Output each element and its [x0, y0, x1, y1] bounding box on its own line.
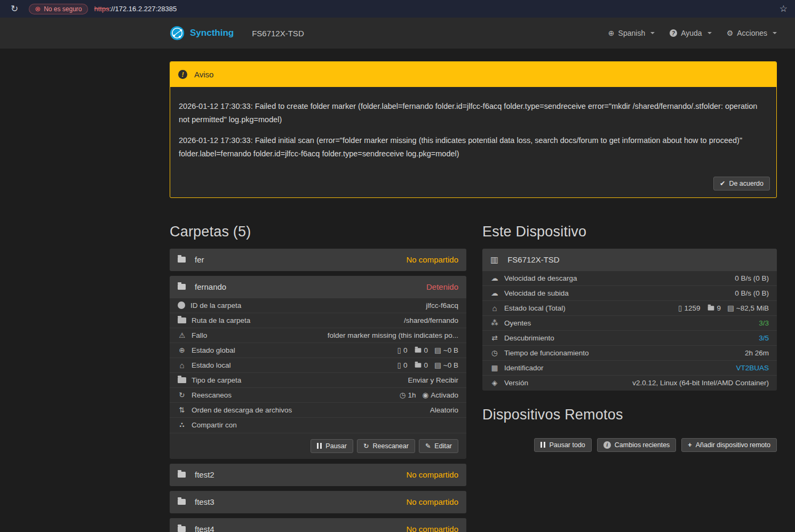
exclamation-circle-icon: [178, 70, 187, 79]
actions-menu-label: Acciones: [737, 29, 767, 37]
device-row-version: Versión v2.0.12, Linux (64-bit Intel/AMD…: [482, 376, 777, 391]
device-row-discovery: Descubrimiento 3/5: [482, 331, 777, 346]
device-detail-table: Velocidad de descarga 0 B/s (0 B) Veloci…: [482, 271, 777, 391]
device-row-identifier: Identificador VT2BUAS: [482, 361, 777, 376]
row-value: Enviar y Recibir: [408, 376, 458, 384]
language-menu-label: Spanish: [618, 29, 646, 37]
clock-icon: [400, 392, 406, 399]
pause-folder-label: Pausar: [325, 442, 347, 450]
cloud-upload-icon: [490, 290, 499, 297]
discovery-value[interactable]: 3/5: [759, 334, 769, 342]
device-id-link[interactable]: VT2BUAS: [736, 364, 769, 372]
bookmark-star-icon[interactable]: ☆: [780, 3, 788, 14]
address-bar[interactable]: https://172.16.2.227:28385: [94, 5, 177, 13]
row-label: Fallo: [192, 331, 207, 339]
folder-panel-ftest3[interactable]: ftest3 No compartido: [170, 491, 466, 513]
row-value: 0 B/s (0 B): [735, 274, 769, 282]
row-label: Estado global: [192, 346, 235, 354]
plus-icon: [688, 442, 691, 449]
tag-icon: [490, 379, 499, 387]
row-label: Ruta de la carpeta: [192, 316, 250, 324]
watcher-state: Activado: [431, 391, 458, 399]
folder-icon: [178, 499, 186, 505]
folder-name: ftest3: [195, 497, 214, 506]
folder-row-order: Orden de descarga de archivos Aleatorio: [170, 403, 466, 418]
actions-menu[interactable]: Acciones: [727, 29, 777, 37]
remote-devices-heading: Dispositivos Remotos: [482, 407, 777, 423]
edit-folder-label: Editar: [434, 442, 452, 450]
row-label: Versión: [504, 379, 528, 387]
syncthing-logo-icon[interactable]: [170, 26, 185, 41]
sitemap-icon: [490, 320, 499, 327]
recent-changes-button[interactable]: Cambios recientes: [597, 438, 677, 452]
home-icon: [490, 304, 499, 313]
row-label: Reescaneos: [192, 391, 232, 399]
brand[interactable]: Syncthing: [190, 28, 234, 38]
device-row-uptime: Tiempo de funcionamiento 2h 26m: [482, 346, 777, 361]
row-value: jlfcc-f6acq: [426, 301, 458, 309]
chevron-down-icon: [773, 32, 777, 34]
notice-title: Aviso: [194, 70, 213, 79]
folder-icon: [415, 348, 421, 353]
security-badge[interactable]: No es seguro: [29, 4, 88, 14]
language-menu[interactable]: Spanish: [608, 29, 655, 37]
folder-row-type: Tipo de carpeta Enviar y Recibir: [170, 373, 466, 388]
url-rest: ://172.16.2.227:28385: [109, 5, 177, 13]
folder-status: No compartido: [406, 525, 458, 532]
info-icon: [603, 441, 611, 449]
eye-icon: [422, 392, 428, 399]
add-remote-device-button[interactable]: Añadir dispositivo remoto: [681, 438, 777, 452]
folder-name: ftest4: [195, 525, 214, 532]
folder-panel-fernando: fernando Detenido ID de la carpeta jlfcc…: [170, 276, 466, 459]
row-value: v2.0.12, Linux (64-bit Intel/AMD Contain…: [632, 379, 769, 387]
folder-status: No compartido: [406, 497, 458, 506]
folder-status: No compartido: [406, 470, 458, 479]
size-value: ~82,5 MiB: [736, 304, 769, 312]
row-value: /shared/fernando: [404, 316, 458, 324]
info-icon: [178, 301, 185, 309]
device-name: FS6712X-TSD: [507, 255, 560, 264]
check-icon: [720, 180, 725, 187]
folder-panel-fernando-header[interactable]: fernando Detenido: [170, 276, 466, 298]
pause-all-button[interactable]: Pausar todo: [534, 438, 591, 452]
edit-folder-button[interactable]: Editar: [419, 439, 458, 453]
pause-all-label: Pausar todo: [549, 441, 585, 449]
notice-header[interactable]: Aviso: [170, 62, 776, 87]
hdd-icon: [434, 347, 441, 354]
row-label: Estado local: [192, 361, 231, 369]
folder-status: No compartido: [406, 255, 458, 264]
dismiss-notice-button[interactable]: De acuerdo: [713, 177, 770, 190]
help-menu[interactable]: Ayuda: [670, 29, 711, 37]
globe-icon: [608, 29, 615, 37]
file-icon: [397, 347, 401, 354]
notice-panel: Aviso 2026-01-12 17:30:33: Failed to cre…: [170, 61, 777, 198]
pause-folder-button[interactable]: Pausar: [311, 439, 353, 453]
rescan-folder-label: Reescanear: [372, 442, 408, 450]
folder-icon: [178, 377, 186, 383]
qr-code-icon: [490, 364, 499, 372]
pause-icon: [317, 443, 322, 449]
edit-icon: [425, 443, 431, 450]
folder-name: fernando: [195, 282, 226, 291]
folder-panel-fer[interactable]: fer No compartido: [170, 249, 466, 271]
notice-message: 2026-01-12 17:30:33: Failed to create fo…: [179, 100, 768, 126]
folder-row-shared-with: Compartir con: [170, 418, 466, 433]
folder-row-error: Fallo folder marker missing (this indica…: [170, 328, 466, 343]
row-label: Identificador: [504, 364, 544, 372]
discovery-icon: [490, 335, 499, 342]
rescan-folder-button[interactable]: Reescanear: [357, 439, 415, 453]
globe-icon: [178, 347, 186, 354]
reload-icon[interactable]: [11, 4, 18, 13]
chevron-down-icon: [650, 32, 655, 34]
folder-panel-ftest2[interactable]: ftest2 No compartido: [170, 464, 466, 486]
device-panel-header[interactable]: FS6712X-TSD: [482, 249, 777, 271]
folder-icon: [178, 284, 186, 290]
row-label: Descubrimiento: [504, 334, 554, 342]
listeners-value: 3/3: [759, 319, 769, 327]
folder-icon: [178, 526, 186, 532]
row-label: Tipo de carpeta: [192, 376, 241, 384]
help-menu-label: Ayuda: [681, 29, 702, 37]
folder-status: Detenido: [426, 282, 458, 291]
folder-panel-ftest4[interactable]: ftest4 No compartido: [170, 518, 466, 532]
dismiss-notice-label: De acuerdo: [729, 180, 764, 187]
